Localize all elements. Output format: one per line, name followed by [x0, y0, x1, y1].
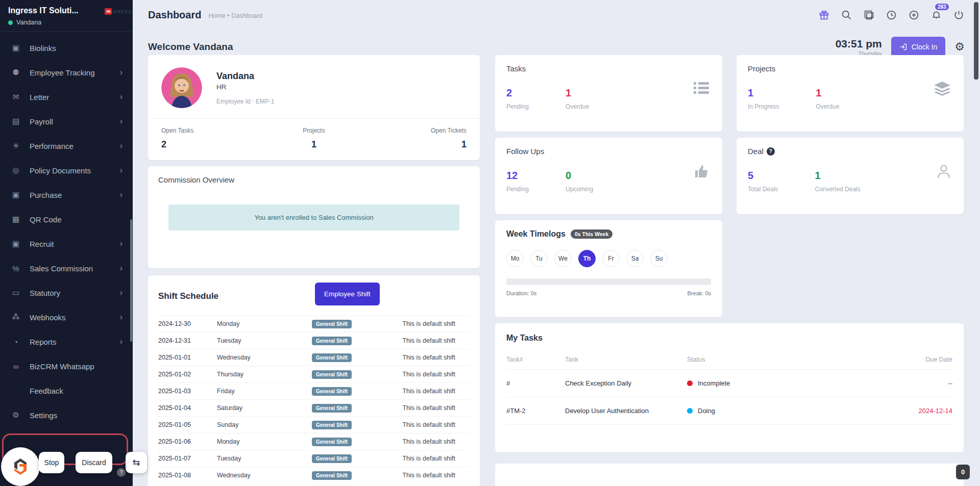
sidebar-item-feedback[interactable]: Feedback › — [0, 378, 133, 403]
sidebar-item-statutory[interactable]: ▭ Statutory › — [0, 280, 133, 305]
projects-overdue-metric: 1 Overdue — [816, 87, 839, 110]
sidebar: Ingress IT Soluti... Vandana IN GRESS ▣ … — [0, 0, 133, 486]
deal-help-icon[interactable]: ? — [767, 147, 775, 156]
shift-row[interactable]: 2025-01-02 Thursday General Shift This i… — [158, 366, 470, 382]
list-icon — [694, 82, 709, 95]
chevron-right-icon: › — [120, 337, 122, 346]
assistant-logo-button[interactable] — [1, 447, 40, 486]
chevron-right-icon: › — [120, 313, 122, 322]
task-row[interactable]: # Check Exception Daily Incomplete -- — [506, 370, 952, 397]
weekday-th[interactable]: Th — [578, 250, 596, 267]
gift-icon[interactable] — [818, 9, 830, 21]
stat-open-tasks: Open Tasks 2 — [161, 127, 263, 150]
sidebar-item-letter[interactable]: ✉ Letter › — [0, 85, 133, 109]
shift-row[interactable]: 2025-01-07 Tuesday General Shift This is… — [158, 450, 470, 467]
tasks-overdue-metric: 1 Overdue — [566, 87, 589, 110]
weekday-tu[interactable]: Tu — [530, 250, 548, 267]
shift-type-badge: General Shift — [312, 387, 352, 396]
welcome-heading: Welcome Vandana — [148, 41, 233, 53]
projects-inprogress-metric: 1 In Progress — [748, 87, 779, 110]
shift-row[interactable]: 2025-01-08 Wednesday General Shift This … — [158, 467, 470, 483]
employee-shift-button[interactable]: Employee Shift — [315, 283, 380, 305]
gear-icon: ⚙ — [10, 411, 21, 420]
sidebar-item-employee-tracking[interactable]: ⚉ Employee Tracking › — [0, 60, 133, 85]
clock-in-button[interactable]: Clock In — [891, 37, 946, 57]
layers-icon — [934, 82, 950, 96]
dashboard-settings-gear-icon[interactable]: ⚙ — [954, 41, 965, 53]
percent-icon: % — [10, 264, 21, 273]
week-timelogs-card: Week Timelogs 0s This Week Mo Tu We Th F… — [495, 220, 722, 317]
person-icon — [937, 164, 950, 178]
page-title: Dashboard — [148, 9, 201, 21]
stop-button[interactable]: Stop — [39, 452, 64, 473]
followups-pending-metric: 12 Pending — [506, 170, 529, 193]
sidebar-item-reports[interactable]: ◔ Reports › — [0, 329, 133, 354]
power-icon[interactable] — [952, 9, 965, 21]
sidebar-item-payroll[interactable]: ▤ Payroll › — [0, 109, 133, 134]
search-icon[interactable] — [840, 9, 852, 21]
duration-label: Duration: 0s — [506, 290, 536, 296]
commission-overview-card: Commission Overview You aren't enrolled … — [148, 166, 480, 268]
stat-projects: Projects 1 — [263, 127, 364, 150]
shift-row[interactable]: 2025-01-03 Friday General Shift This is … — [158, 382, 470, 399]
floating-zero-badge[interactable]: 0 — [956, 465, 970, 479]
chevron-right-icon: › — [120, 92, 122, 101]
week-total-badge: 0s This Week — [571, 229, 612, 239]
sidebar-header: Ingress IT Soluti... Vandana IN GRESS — [0, 0, 133, 32]
main-area: Dashboard Home • Dashboard 283 — [133, 0, 980, 486]
current-time: 03:51 pm — [836, 38, 882, 50]
shift-schedule-title: Shift Schedule — [158, 291, 218, 301]
help-badge[interactable]: ? — [117, 468, 126, 477]
weekday-sa[interactable]: Sa — [626, 250, 644, 267]
status-dot — [687, 380, 693, 386]
tasks-card: Tasks 2 Pending 1 Overdue — [495, 55, 722, 132]
swap-button[interactable]: ⇆ — [126, 452, 147, 473]
sidebar-item-webhooks[interactable]: ⁂ Webhooks › — [0, 305, 133, 329]
week-timelogs-title: Week Timelogs — [506, 229, 566, 239]
brand-logo-in: IN — [105, 8, 112, 15]
weekday-mo[interactable]: Mo — [506, 250, 524, 267]
recruit-card-icon: ▣ — [10, 239, 21, 248]
shift-row[interactable]: 2024-12-30 Monday General Shift This is … — [158, 315, 470, 332]
sidebar-item-biolinks[interactable]: ▣ Biolinks › — [0, 36, 133, 60]
status-dot — [687, 408, 693, 414]
break-label: Break: 0s — [688, 290, 711, 296]
id-card-icon: ▣ — [10, 43, 21, 53]
profile-card: Vandana HR Employee Id : EMP-1 Open Task… — [148, 55, 480, 160]
weekday-we[interactable]: We — [554, 250, 572, 267]
shift-row[interactable]: 2024-12-31 Tuesday General Shift This is… — [158, 332, 470, 349]
avatar — [161, 67, 202, 108]
page-scrollbar[interactable] — [974, 2, 978, 80]
sidebar-scrollbar[interactable] — [130, 219, 132, 342]
sidebar-item-bizcrm-whatsapp[interactable]: ∞ BizCRM Whatsapp › — [0, 354, 133, 378]
shift-row[interactable]: 2025-01-06 Monday General Shift This is … — [158, 433, 470, 450]
shift-row[interactable]: 2025-01-04 Saturday General Shift This i… — [158, 399, 470, 416]
plus-icon[interactable] — [908, 9, 920, 21]
chevron-right-icon: › — [120, 117, 122, 126]
sidebar-item-qr-code[interactable]: ▦ QR Code › — [0, 207, 133, 232]
notes-icon[interactable] — [863, 9, 875, 21]
sidebar-item-policy-documents[interactable]: ◎ Policy Documents › — [0, 158, 133, 183]
discard-button[interactable]: Discard — [76, 452, 112, 473]
task-row[interactable]: #TM-2 Develop User Authentication Doing … — [506, 397, 952, 425]
webhook-icon: ⁂ — [10, 313, 21, 322]
weekday-su[interactable]: Su — [650, 250, 668, 267]
sidebar-item-settings[interactable]: ⚙ Settings › — [0, 403, 133, 427]
shift-row[interactable]: 2025-01-05 Sunday General Shift This is … — [158, 416, 470, 433]
sidebar-item-performance[interactable]: ✳ Performance › — [0, 134, 133, 158]
sidebar-item-recruit[interactable]: ▣ Recruit › — [0, 232, 133, 256]
next-card-partial — [495, 464, 964, 486]
shift-table: 2024-12-30 Monday General Shift This is … — [158, 315, 470, 483]
notification-count-badge: 283 — [935, 4, 949, 10]
assistant-logo — [9, 455, 32, 478]
shift-row[interactable]: 2025-01-01 Wednesday General Shift This … — [158, 349, 470, 366]
shift-schedule-card: Shift Schedule Employee Shift 2024-12-30… — [148, 275, 480, 486]
sidebar-item-purchase[interactable]: ▣ Purchase › — [0, 183, 133, 207]
bell-icon[interactable]: 283 — [930, 9, 942, 21]
chevron-right-icon: › — [120, 141, 122, 150]
sidebar-item-sales-commission[interactable]: % Sales Commission › — [0, 256, 133, 280]
chevron-right-icon: › — [120, 190, 122, 199]
qr-code-icon: ▦ — [10, 215, 21, 224]
weekday-fr[interactable]: Fr — [602, 250, 620, 267]
history-icon[interactable] — [885, 9, 897, 21]
